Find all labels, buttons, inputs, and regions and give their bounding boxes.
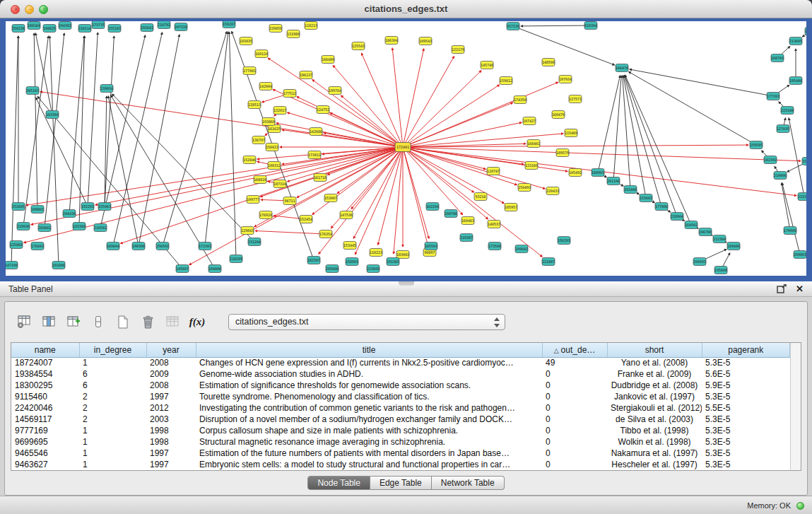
graph-node[interactable]: 204382 [59,22,71,30]
table-selector[interactable]: citations_edges.txt [228,314,505,330]
citation-edge-red[interactable] [333,65,403,147]
table-row[interactable]: 1830029562008Estimation of significance … [11,380,790,391]
graph-node[interactable]: 196137 [300,71,312,79]
graph-node[interactable]: 115469 [565,129,577,137]
table-row[interactable]: 969969511998Structural magnetic resonanc… [11,436,790,448]
graph-node[interactable]: 191806 [52,262,65,269]
function-builder-icon[interactable]: f(x) [188,313,206,331]
table-options-icon[interactable] [15,313,33,331]
table-row[interactable]: 2242004622012Investigating the contribut… [11,402,790,414]
graph-node[interactable]: 125068 [10,241,23,249]
table-row[interactable]: 1872400712008Changes of HCN gene express… [11,357,790,368]
citation-edge-red[interactable] [276,123,403,147]
graph-node[interactable]: 160463 [461,217,474,225]
graph-node[interactable]: 182307 [307,257,320,264]
graph-node[interactable]: 162204 [426,203,439,211]
new-file-icon[interactable] [114,313,132,331]
graph-node[interactable]: 145748 [481,62,493,69]
table-row[interactable]: 911546021997Tourette syndrome. Phenomeno… [11,391,790,402]
graph-node[interactable]: 221807 [542,258,555,266]
graph-node[interactable]: 239034 [100,85,113,93]
graph-node[interactable]: 186502 [805,28,806,35]
graph-node[interactable]: 177203 [767,93,779,100]
graph-node[interactable]: 204503 [693,258,706,266]
graph-node[interactable]: 232307 [798,193,806,201]
graph-node[interactable]: 147536 [340,211,353,219]
column-header-in_degree[interactable]: in_degree [79,343,146,357]
graph-node[interactable]: 170908 [784,227,796,235]
network-canvas[interactable]: 1724011863041255431664091961371775121320… [6,21,806,276]
graph-node[interactable]: 218114 [78,25,91,33]
citation-edge-red[interactable] [403,147,429,238]
citation-edge[interactable] [513,26,615,65]
graph-node[interactable]: 153007 [324,194,337,202]
graph-node[interactable]: 207328 [175,23,187,31]
new-row-icon[interactable] [89,313,107,331]
graph-node[interactable]: 210792 [158,21,170,29]
citation-edge[interactable] [139,35,180,246]
citation-edge-red[interactable] [403,49,424,147]
graph-node[interactable]: 204436 [63,210,76,218]
graph-node[interactable]: 196708 [699,228,712,236]
graph-node[interactable]: 152846 [243,156,256,164]
graph-node[interactable]: 198625 [43,25,56,33]
graph-node[interactable]: 142004 [259,83,272,90]
graph-node[interactable]: 161625 [268,125,281,133]
citation-edge[interactable] [11,36,18,265]
table-row[interactable]: 1456911722003Disruption of a novel membe… [11,414,790,425]
graph-node[interactable]: 125543 [352,42,365,50]
citation-edge[interactable] [23,36,49,226]
graph-node[interactable]: 190308 [132,243,145,250]
graph-node[interactable]: 109543 [419,37,432,45]
close-window-button[interactable] [11,5,20,14]
import-table-icon[interactable] [163,313,182,331]
citation-edge[interactable] [629,71,756,145]
graph-node[interactable]: 215603 [640,194,652,202]
graph-node[interactable]: 199602 [515,245,528,253]
graph-node[interactable]: 172303 [199,243,211,250]
citation-edge[interactable] [630,69,773,96]
graph-node[interactable]: 173735 [92,21,105,29]
graph-node[interactable]: 231204 [248,238,261,246]
table-row[interactable]: 977716911998Corpus callosum shape and si… [11,425,790,436]
citation-edge-red[interactable] [403,147,545,189]
graph-node[interactable]: 136707 [252,136,265,144]
graph-node[interactable]: 173811 [308,151,321,159]
graph-node[interactable]: 163304 [46,111,59,119]
window-titlebar[interactable]: citations_edges.txt [0,0,812,18]
citation-edge[interactable] [163,32,227,246]
graph-node[interactable]: 145607 [176,265,189,273]
citation-edge[interactable] [205,32,228,246]
delete-icon[interactable] [139,313,157,331]
graph-node[interactable]: 205608 [326,265,339,273]
graph-node[interactable]: 110747 [487,168,500,175]
graph-node[interactable]: 118213 [305,22,317,30]
citation-edge-red[interactable] [273,89,403,147]
citation-edge-red[interactable] [403,147,428,245]
show-columns-icon[interactable] [40,313,58,331]
graph-node[interactable]: 180164 [28,22,40,30]
citation-edge-red[interactable] [403,122,522,147]
graph-node[interactable]: 140537 [488,221,500,228]
graph-node[interactable]: 201106 [607,177,620,185]
graph-node[interactable]: 150493 [518,184,531,192]
table-scrollbar[interactable] [790,343,801,470]
citation-edge[interactable] [45,33,64,228]
graph-node[interactable]: 193860 [262,118,275,126]
graph-node[interactable]: 205103 [26,87,39,95]
graph-node[interactable]: 128513 [248,101,261,109]
graph-node[interactable]: 164502 [685,221,698,229]
graph-node[interactable]: 209803 [794,251,806,259]
citation-edge-red[interactable] [403,57,454,147]
graph-node[interactable]: 210806 [774,172,787,180]
citation-edge[interactable] [88,33,98,206]
citation-edge-red[interactable] [403,85,500,147]
citation-edge[interactable] [782,183,800,255]
tab-edge-table[interactable]: Edge Table [370,476,432,490]
citation-edge-red[interactable] [288,112,403,147]
citation-edge-red[interactable] [403,145,748,147]
graph-node[interactable]: 110223 [370,249,382,257]
table-row[interactable]: 946554611997Estimation of the future num… [11,448,790,459]
graph-node[interactable]: 176354 [319,230,332,238]
citation-edge-red[interactable] [403,147,486,169]
